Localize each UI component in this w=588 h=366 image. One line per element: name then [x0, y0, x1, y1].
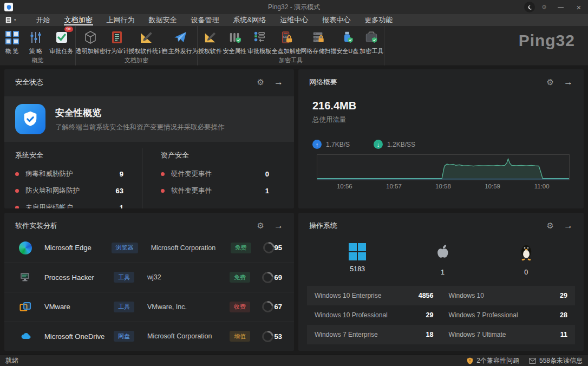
system-security-column: 系统安全 病毒和威胁防护 9 防火墙和网络防护 63 未启用密码帐户: [15, 148, 142, 208]
security-overview-hero: 安全性概览 了解终端当前系统安全性和资产变更情况并采取必要操作: [4, 96, 294, 142]
hero-subtitle: 了解终端当前系统安全性和资产变更情况并采取必要操作: [55, 123, 225, 132]
menu-icon: [5, 16, 12, 24]
software-row-edge[interactable]: Microsoft Edge 浏览器 Microsoft Corporation…: [4, 233, 294, 263]
software-row-onedrive[interactable]: Microsoft OneDrive 网盘 Microsoft Corporat…: [4, 322, 294, 351]
red-dot-icon: [161, 172, 165, 176]
approval-tasks-button[interactable]: 9+ 审批任务: [48, 29, 75, 55]
panel-arrow-icon[interactable]: →: [274, 220, 283, 231]
score-ring-icon: [260, 328, 276, 344]
panel-title: 网络概要: [309, 77, 337, 87]
hero-title: 安全性概览: [55, 107, 225, 119]
menu-caret-icon: ▾: [14, 18, 16, 22]
price-tag: 免费: [231, 243, 251, 253]
approval-badge: 9+: [64, 27, 73, 32]
list-item: 未启用密码帐户 1: [15, 199, 123, 208]
unread-messages-status[interactable]: 558条未读信息: [529, 356, 583, 365]
panel-title: 软件安装分析: [15, 221, 57, 231]
tab-web-behavior[interactable]: 上网行为: [100, 14, 142, 26]
tab-report-center[interactable]: 报表中心: [315, 14, 357, 26]
table-row: Windows 7 Enterprise18 Windows 7 Ultimat…: [307, 325, 575, 344]
authorized-software-stats-button[interactable]: 授权软件统计: [129, 29, 164, 55]
ribbon-group-overview: 概 览 策 略 9+ 审批任务 概览: [0, 26, 76, 66]
total-traffic-label: 总使用流量: [312, 115, 573, 125]
panel-arrow-icon[interactable]: →: [564, 220, 573, 231]
panel-gear-icon[interactable]: ⚙: [547, 77, 554, 87]
os-apple: 1: [434, 243, 450, 276]
authorized-software-button[interactable]: 授权软件: [198, 29, 223, 55]
panel-network-summary: 网络概要 ⚙ → 216.4MB 总使用流量 ↑ 1.7KB/S ↓ 1.2KB…: [298, 69, 584, 208]
red-dot-icon: [15, 206, 19, 208]
windows-logo-icon: [349, 243, 366, 260]
settings-gear-icon[interactable]: ⚙: [537, 0, 551, 14]
category-tag: 工具: [114, 302, 134, 312]
theme-moon-icon[interactable]: [522, 0, 537, 14]
panel-software-analysis: 软件安装分析 ⚙ → Microsoft Edge 浏览器 Microsoft …: [4, 213, 294, 351]
approval-template-button[interactable]: 审批模板: [247, 29, 272, 55]
fence-shield-icon: [228, 29, 241, 46]
secure-usb-button[interactable]: 安全U盘: [336, 29, 359, 55]
ribbon-group-encryption-tools: 授权软件 安全属性 审批模板 SSD: [198, 26, 384, 66]
red-dot-icon: [15, 172, 19, 176]
compatibility-status[interactable]: 2个兼容性问题: [467, 356, 519, 365]
ribbon-group-label-encryption-tools: 加密工具: [198, 55, 384, 67]
os-summary-row: 5183 1 0: [298, 231, 584, 276]
software-row-vmware[interactable]: VMware 工具 VMware, Inc. 收费 67: [4, 292, 294, 322]
title-bar: Ping32 - 演示模式 ⚙ ×: [0, 0, 588, 14]
os-linux: 0: [519, 243, 533, 276]
close-button[interactable]: ×: [570, 0, 588, 14]
upload-speed: ↑ 1.7KB/S: [312, 140, 350, 149]
org-flow-icon: [253, 29, 266, 46]
score-ring-icon: [260, 269, 276, 285]
paper-plane-icon: [173, 29, 187, 46]
panel-arrow-icon[interactable]: →: [564, 77, 573, 88]
category-tag: 网盘: [114, 331, 134, 342]
ssd-lock-icon: SSD: [280, 29, 293, 46]
ribbon-group-label-doc-encryption: 文档加密: [76, 55, 197, 67]
linux-penguin-icon: [519, 243, 533, 264]
minimize-button[interactable]: [551, 0, 570, 14]
transparent-encryption-button[interactable]: 透明加解密: [76, 29, 105, 55]
tab-start[interactable]: 开始: [29, 14, 57, 26]
policy-button[interactable]: 策 略: [24, 29, 48, 55]
approval-check-icon: 9+: [55, 29, 69, 46]
overview-grid-icon: [5, 29, 19, 46]
score-ring-icon: [260, 240, 277, 256]
status-ready: 就绪: [5, 356, 18, 365]
total-traffic-value: 216.4MB: [312, 100, 573, 112]
speed-row: ↑ 1.7KB/S ↓ 1.2KB/SS: [312, 140, 573, 149]
price-tag: 增值: [230, 331, 250, 342]
warning-shield-icon: [467, 357, 473, 364]
main-menu-button[interactable]: ▾: [0, 14, 22, 26]
network-storage-scan-button[interactable]: 网络存储扫描: [302, 29, 336, 55]
tab-ops-center[interactable]: 运维中心: [273, 14, 315, 26]
ribbon-group-doc-encryption: 透明加解密 行为审计 授权软件统计: [76, 26, 198, 66]
panel-gear-icon[interactable]: ⚙: [547, 221, 554, 231]
network-chart-svg: [317, 155, 569, 180]
tab-document-encryption[interactable]: 文档加密: [57, 14, 100, 26]
menu-tab-row: ▾ 开始 文档加密 上网行为 数据安全 设备管理 系统&网络 运维中心 报表中心…: [0, 14, 588, 26]
app-icon: [4, 3, 13, 11]
security-attributes-button[interactable]: 安全属性: [223, 29, 247, 55]
security-columns: 系统安全 病毒和威胁防护 9 防火墙和网络防护 63 未启用密码帐户: [15, 148, 283, 208]
panel-gear-icon[interactable]: ⚙: [257, 221, 264, 231]
red-dot-icon: [161, 189, 165, 193]
tab-system-network[interactable]: 系统&网络: [226, 14, 273, 26]
panel-arrow-icon[interactable]: →: [274, 77, 283, 88]
tab-data-security[interactable]: 数据安全: [142, 14, 184, 26]
panel-gear-icon[interactable]: ⚙: [257, 77, 264, 87]
software-row-processhacker[interactable]: Process Hacker 工具 wj32 免费 69: [4, 263, 294, 293]
full-disk-encryption-button[interactable]: SSD 全盘加解密: [272, 29, 302, 55]
panel-security-status: 安全状态 ⚙ → 安全性概览 了解终端当前系统安全性和资产变更情况并采取必要操作…: [4, 69, 294, 208]
network-chart-plot: [317, 154, 570, 180]
setsquare-icon: [204, 29, 217, 46]
tab-device-management[interactable]: 设备管理: [184, 14, 226, 26]
os-table: Windows 10 Enterprise4856 Windows 1029 W…: [307, 286, 575, 344]
edge-app-icon: [18, 241, 32, 255]
behavior-audit-button[interactable]: 行为审计: [105, 29, 129, 55]
encryption-toolkit-button[interactable]: 加密工具: [359, 29, 384, 55]
outgoing-behavior-button[interactable]: 自主外发行为: [163, 29, 197, 55]
overview-button[interactable]: 概 览: [0, 29, 24, 55]
cube-icon: [83, 29, 97, 46]
tab-more-features[interactable]: 更多功能: [357, 14, 400, 26]
app-window: Ping32 - 演示模式 ⚙ × ▾ 开始 文档加密 上网行为 数据安全 设备…: [0, 0, 588, 366]
